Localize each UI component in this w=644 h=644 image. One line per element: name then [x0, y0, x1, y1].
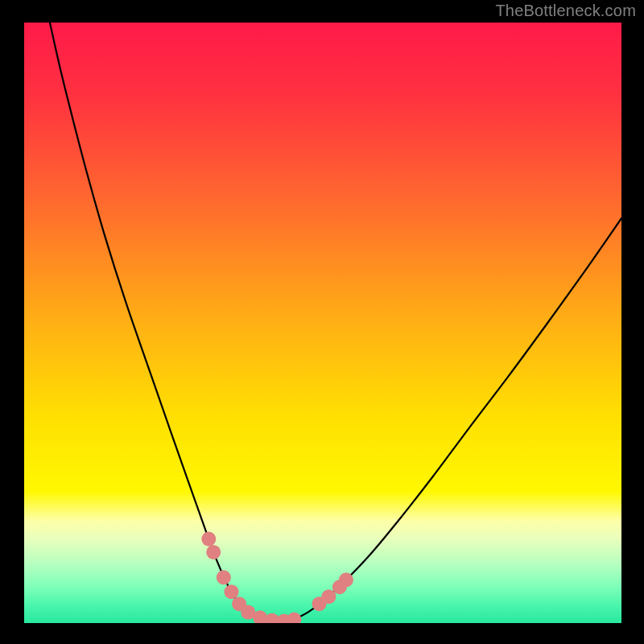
marker-markers-left [217, 570, 231, 584]
marker-markers-left [253, 610, 267, 625]
marker-markers-left [201, 532, 216, 547]
marker-markers-left [287, 613, 301, 627]
plot-background [24, 23, 621, 623]
marker-markers-right [321, 589, 336, 604]
marker-markers-left [206, 545, 221, 559]
marker-markers-right [339, 572, 353, 587]
watermark-text: TheBottleneck.com [495, 2, 636, 20]
marker-markers-left [224, 584, 238, 599]
chart-svg [0, 0, 644, 644]
chart-stage: TheBottleneck.com [0, 0, 644, 644]
